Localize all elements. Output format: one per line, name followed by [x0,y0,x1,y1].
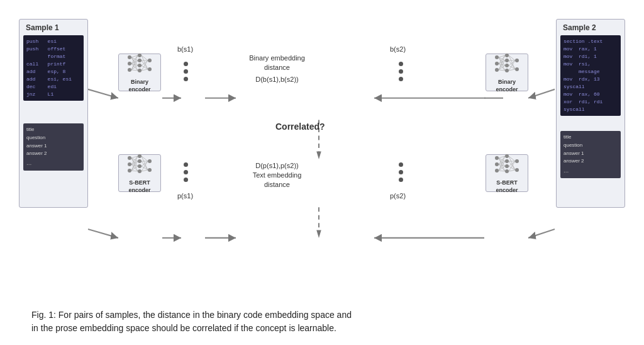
svg-line-16 [528,229,555,238]
svg-point-54 [515,67,519,71]
sample1-text: titlequestionanswer 1answer 2... [23,123,84,171]
ps1-label: p(s1) [177,192,193,200]
svg-line-2 [88,89,118,98]
svg-point-112 [515,168,519,172]
sbert-encoder-1-label: S-BERTencoder [128,179,150,194]
svg-line-8 [528,89,555,98]
svg-line-45 [142,69,148,71]
svg-point-82 [148,159,152,163]
svg-point-106 [495,169,499,172]
svg-point-21 [138,59,142,62]
svg-point-111 [515,159,519,163]
svg-point-50 [505,59,509,62]
svg-line-11 [88,229,118,238]
svg-point-83 [148,168,152,172]
svg-point-20 [138,54,142,57]
ps2-label: p(s2) [390,192,406,200]
svg-point-110 [505,169,509,173]
svg-line-124 [499,171,505,171]
nn-icon-1 [126,51,153,79]
dots-bottom-right [399,162,403,182]
correlated-label: Correlated? [275,122,325,132]
svg-line-95 [131,171,138,171]
svg-point-49 [505,54,509,57]
bs2-label: b(s2) [390,45,406,53]
svg-line-74 [509,69,515,71]
svg-point-19 [128,68,131,72]
svg-point-78 [138,154,142,158]
svg-point-108 [505,159,509,163]
binary-distance-formula: D(b(s1),b(s2)) [238,76,316,83]
sample2-code: section .textmov rax, 1mov rdi, 1mov rsi… [560,35,621,116]
bs1-label: b(s1) [177,45,193,53]
main-container: Sample 1 push esipush offset formatcall … [0,0,644,345]
dots-top-left [184,62,188,81]
binary-encoder-1-label: Binaryencoder [128,79,150,93]
svg-point-105 [495,162,499,166]
svg-point-76 [128,162,131,166]
caption-line1: Fig. 1: For pairs of samples, the distan… [31,310,352,320]
svg-point-75 [128,156,131,160]
svg-point-17 [128,55,131,59]
nn-icon-2 [493,51,521,79]
text-distance-container: D(p(s1),p(s2)) Text embeddingdistance [238,162,316,190]
binary-encoder-1: Binaryencoder [118,54,161,91]
sample1-title: Sample 1 [23,23,59,32]
svg-point-104 [495,156,499,160]
svg-point-81 [138,169,142,173]
svg-point-52 [505,69,509,72]
svg-point-22 [138,64,142,67]
binary-distance-label: Binary embeddingdistance [238,54,316,73]
sbert-encoder-2: S-BERTencoder [486,154,528,192]
svg-point-47 [495,62,499,65]
svg-line-132 [509,170,515,171]
sbert-encoder-2-label: S-BERTencoder [496,179,518,194]
dots-top-right [399,62,403,81]
svg-point-77 [128,169,131,172]
sample2-title: Sample 2 [560,23,596,32]
svg-point-80 [138,164,142,168]
sample2-text: titlequestionanswer 1answer 2... [560,131,621,178]
text-distance-formula: D(p(s1),p(s2)) [238,162,316,169]
sample1-box: Sample 1 push esipush offset formatcall … [19,19,88,208]
text-distance-label: Text embeddingdistance [238,171,316,190]
nn-icon-4 [493,152,521,179]
sbert-encoder-1: S-BERTencoder [118,154,161,192]
svg-point-18 [128,62,131,65]
svg-line-66 [499,70,505,71]
svg-point-25 [148,67,152,71]
svg-point-109 [505,164,509,168]
binary-encoder-2-label: Binaryencoder [496,79,518,93]
sample1-code: push esipush offset formatcall printfadd… [23,35,84,101]
svg-point-46 [495,55,499,59]
svg-point-48 [495,68,499,72]
caption-line2: in the prose embedding space should be c… [31,323,336,333]
svg-point-24 [148,59,152,62]
svg-point-53 [515,59,519,62]
svg-point-79 [138,159,142,163]
svg-line-37 [131,70,138,71]
svg-point-51 [505,64,509,67]
nn-icon-3 [126,152,153,179]
svg-line-103 [142,170,148,171]
sample2-box: Sample 2 section .textmov rax, 1mov rdi,… [556,19,625,208]
svg-point-107 [505,154,509,158]
svg-point-23 [138,69,142,72]
arrows-svg [13,6,631,303]
dots-bottom-left [184,162,188,182]
diagram-area: Sample 1 push esipush offset formatcall … [13,6,631,303]
binary-distance-container: Binary embeddingdistance D(b(s1),b(s2)) [238,54,316,83]
binary-encoder-2: Binaryencoder [486,54,528,91]
caption-area: Fig. 1: For pairs of samples, the distan… [13,303,631,339]
